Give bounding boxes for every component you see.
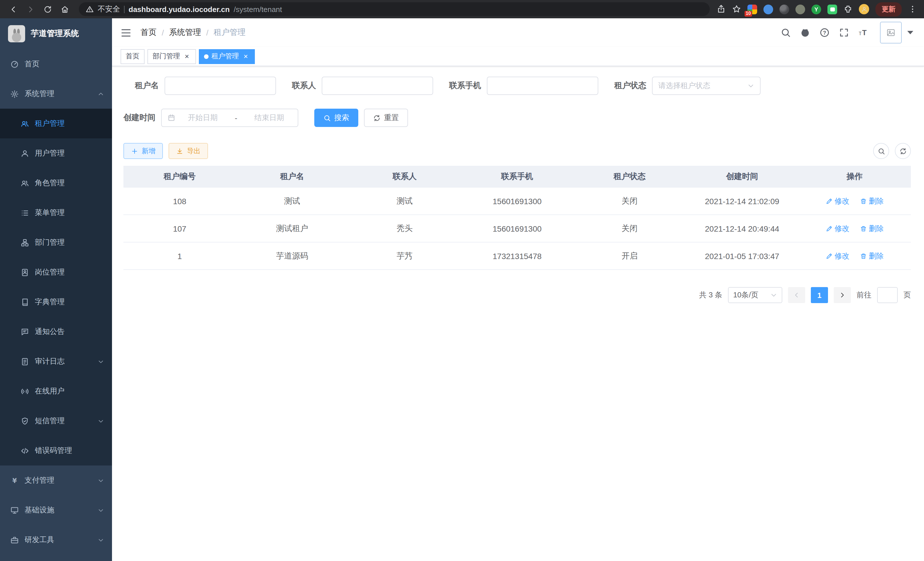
sidebar-item-label: 支付管理 <box>25 475 54 486</box>
next-page-button[interactable] <box>834 287 851 303</box>
extension-icon-olive[interactable] <box>795 4 805 14</box>
app-shell: 芋道管理系统 首页 系统管理 租户管理 <box>0 18 924 561</box>
extension-icon-dark[interactable] <box>779 4 789 14</box>
tab-home[interactable]: 首页 <box>121 49 145 64</box>
user-avatar-dropdown[interactable] <box>880 22 915 44</box>
bookmark-star-icon[interactable] <box>732 5 741 14</box>
sidebar-item-dict[interactable]: 字典管理 <box>0 287 112 317</box>
phone-input[interactable] <box>487 77 598 95</box>
search-button-label: 搜索 <box>334 113 349 123</box>
page-unit-label: 页 <box>903 290 911 300</box>
sidebar-item-home[interactable]: 首页 <box>0 49 112 79</box>
browser-back-button[interactable] <box>6 2 21 17</box>
toggle-search-button[interactable] <box>873 143 889 159</box>
tab-tenant[interactable]: 租户管理 × <box>199 49 255 64</box>
breadcrumb-system[interactable]: 系统管理 <box>169 27 201 38</box>
browser-reload-button[interactable] <box>40 2 55 17</box>
breadcrumb-home[interactable]: 首页 <box>141 27 157 38</box>
navbar: 首页 / 系统管理 / 租户管理 <box>112 18 924 47</box>
edit-link[interactable]: 修改 <box>825 223 849 234</box>
sidebar-item-user[interactable]: 用户管理 <box>0 138 112 168</box>
browser-menu-kebab-icon[interactable] <box>908 5 917 14</box>
sidebar-item-dept[interactable]: 部门管理 <box>0 228 112 257</box>
plus-icon <box>131 147 138 155</box>
add-button[interactable]: 新增 <box>123 143 163 159</box>
reset-button[interactable]: 重置 <box>364 109 408 127</box>
browser-update-button[interactable]: 更新 <box>875 2 902 16</box>
edit-label: 修改 <box>835 223 849 234</box>
table-tools-right <box>873 143 911 159</box>
date-end-placeholder: 结束日期 <box>246 113 292 123</box>
sidebar-item-infrastructure[interactable]: 基础设施 <box>0 495 112 525</box>
delete-link[interactable]: 删除 <box>860 223 884 234</box>
col-tenant-id: 租户编号 <box>123 166 236 187</box>
delete-label: 删除 <box>869 223 884 234</box>
browser-toolbar-right: Y 更新 <box>717 2 918 16</box>
close-icon[interactable]: × <box>242 52 250 60</box>
delete-link[interactable]: 删除 <box>860 196 884 206</box>
extension-icon-blue[interactable] <box>764 4 773 14</box>
sidebar-item-role[interactable]: 角色管理 <box>0 168 112 198</box>
sidebar-item-system[interactable]: 系统管理 <box>0 79 112 109</box>
phone-label: 联系手机 <box>449 81 481 91</box>
share-icon[interactable] <box>717 5 726 14</box>
browser-forward-button[interactable] <box>23 2 38 17</box>
sidebar-item-online-user[interactable]: 在线用户 <box>0 376 112 406</box>
col-created: 创建时间 <box>686 166 798 187</box>
sidebar-item-label: 审计日志 <box>35 356 64 367</box>
filter-tenant-name: 租户名 <box>135 77 276 95</box>
edit-link[interactable]: 修改 <box>825 251 849 261</box>
browser-profile-avatar[interactable] <box>859 4 869 14</box>
delete-link[interactable]: 删除 <box>860 251 884 261</box>
sidebar-item-label: 基础设施 <box>25 505 54 515</box>
refresh-table-button[interactable] <box>895 143 911 159</box>
sidebar-collapse-button[interactable] <box>121 27 131 38</box>
chevron-left-icon <box>793 292 800 299</box>
status-select[interactable]: 请选择租户状态 <box>652 77 760 95</box>
contact-label: 联系人 <box>292 81 316 91</box>
trash-icon <box>860 225 867 232</box>
page-size-select[interactable]: 10条/页 <box>728 287 782 303</box>
sidebar-item-error-code[interactable]: 错误码管理 <box>0 436 112 465</box>
export-button-label: 导出 <box>187 146 201 156</box>
extensions-puzzle-icon[interactable] <box>843 5 853 14</box>
fullscreen-icon[interactable] <box>839 27 849 38</box>
sidebar-item-menu[interactable]: 菜单管理 <box>0 198 112 228</box>
edit-link[interactable]: 修改 <box>825 196 849 206</box>
goto-page-input[interactable] <box>877 287 898 303</box>
tab-dept[interactable]: 部门管理 × <box>147 49 196 64</box>
extension-icon-green-circle[interactable]: Y <box>812 4 821 14</box>
close-icon[interactable]: × <box>183 52 191 60</box>
tab-label: 部门管理 <box>153 51 180 61</box>
github-icon[interactable] <box>800 27 810 38</box>
help-question-icon[interactable] <box>819 27 830 38</box>
navbar-actions <box>781 22 915 44</box>
prev-page-button[interactable] <box>788 287 805 303</box>
sidebar-item-payment[interactable]: 支付管理 <box>0 465 112 495</box>
cell-contact: 测试 <box>348 187 461 215</box>
font-size-icon[interactable] <box>858 27 868 38</box>
sidebar-item-tenant[interactable]: 租户管理 <box>0 109 112 138</box>
refresh-icon <box>373 114 381 122</box>
sidebar-logo[interactable]: 芋道管理系统 <box>0 18 112 49</box>
sidebar-item-sms[interactable]: 短信管理 <box>0 406 112 436</box>
sidebar-item-post[interactable]: 岗位管理 <box>0 257 112 287</box>
search-button[interactable]: 搜索 <box>314 109 358 127</box>
document-icon <box>21 357 29 366</box>
sidebar-item-notice[interactable]: 通知公告 <box>0 317 112 347</box>
header-search-button[interactable] <box>781 27 791 38</box>
role-people-icon <box>21 179 29 187</box>
tenant-name-input[interactable] <box>165 77 276 95</box>
extension-icon-multicolor[interactable] <box>747 4 757 14</box>
contact-input[interactable] <box>322 77 433 95</box>
export-button[interactable]: 导出 <box>169 143 208 159</box>
extension-icon-green-square[interactable] <box>827 4 837 14</box>
page-1-button[interactable]: 1 <box>811 287 828 303</box>
col-contact: 联系人 <box>348 166 461 187</box>
address-bar[interactable]: 不安全 dashboard.yudao.iocoder.cn/system/te… <box>79 2 710 16</box>
browser-home-button[interactable] <box>57 2 72 17</box>
sidebar-item-label: 租户管理 <box>35 118 64 129</box>
sidebar-item-dev-tools[interactable]: 研发工具 <box>0 525 112 555</box>
sidebar-item-audit-log[interactable]: 审计日志 <box>0 347 112 376</box>
date-range-picker[interactable]: 开始日期 - 结束日期 <box>161 109 298 127</box>
